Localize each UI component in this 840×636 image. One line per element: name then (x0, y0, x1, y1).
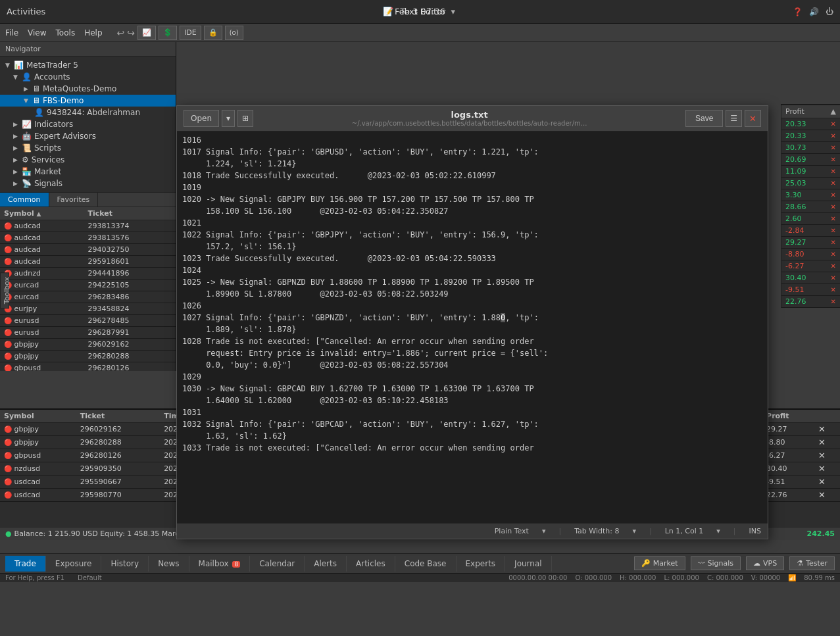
profit-close[interactable]: ✕ (831, 168, 836, 175)
profit-value: 11.09 (785, 167, 806, 176)
profit-close[interactable]: ✕ (831, 227, 836, 234)
balance-dot: ● (5, 529, 12, 538)
profit-close[interactable]: ✕ (831, 191, 836, 199)
table-row[interactable]: 🔴 eurusd 296287991 (0, 327, 176, 339)
table-row[interactable]: 🔴 audcad 295918601 (0, 256, 176, 268)
lock-btn[interactable]: 🔒 (204, 26, 222, 40)
profit-close[interactable]: ✕ (831, 215, 836, 222)
menu-btn[interactable]: ☰ (726, 110, 742, 127)
volume-icon[interactable]: 🔊 (809, 7, 819, 16)
redo-icon[interactable]: ↪ (127, 28, 135, 38)
profit-sort-icon: ▲ (831, 107, 836, 116)
new-file-btn[interactable]: ⊞ (237, 110, 253, 127)
toolbox-label[interactable]: Toolbox (0, 272, 9, 308)
menu-view[interactable]: View (28, 28, 46, 37)
tab-favorites[interactable]: Favorites (49, 193, 99, 207)
tab-alerts[interactable]: Alerts (305, 556, 347, 572)
activities-label[interactable]: Activities (7, 7, 45, 16)
vps-btn-label: VPS (763, 559, 777, 568)
tab-exposure[interactable]: Exposure (46, 556, 102, 572)
trade-close-x[interactable]: ✕ (814, 476, 840, 489)
tab-history[interactable]: History (101, 556, 149, 572)
plain-text-label[interactable]: Plain Text (495, 527, 529, 535)
mq-icon: 🖥 (32, 84, 40, 93)
profit-close[interactable]: ✕ (831, 120, 836, 128)
tree-ea[interactable]: ▶ 🤖 Expert Advisors (0, 130, 176, 142)
open-button[interactable]: Open (184, 110, 219, 127)
table-row[interactable]: 🔴 audcad 293813576 (0, 232, 176, 244)
profit-close[interactable]: ✕ (831, 239, 836, 246)
tab-calendar[interactable]: Calendar (250, 556, 305, 572)
tree-indicators[interactable]: ▶ 📈 Indicators (0, 118, 176, 130)
table-row[interactable]: 🔴 audcad 293813374 (0, 220, 176, 232)
tree-services[interactable]: ▶ ⚙ Services (0, 154, 176, 166)
profit-close[interactable]: ✕ (831, 251, 836, 258)
tab-width-label[interactable]: Tab Width: 8 (574, 527, 619, 535)
tab-mailbox[interactable]: Mailbox 8 (189, 556, 251, 572)
profit-close[interactable]: ✕ (831, 286, 836, 293)
tab-journal[interactable]: Journal (505, 556, 552, 572)
paren-btn[interactable]: (o) (225, 26, 243, 40)
tree-accounts[interactable]: ▼ 👤 Accounts (0, 71, 176, 83)
menu-file[interactable]: File (5, 28, 18, 37)
tree-signals[interactable]: ▶ 📡 Signals (0, 178, 176, 189)
table-row[interactable]: 🔴 audcad 294032750 (0, 244, 176, 256)
tab-news[interactable]: News (149, 556, 189, 572)
profit-value-row: 20.69 ✕ (781, 154, 840, 166)
help-icon[interactable]: ❓ (793, 7, 803, 16)
topbar-chevron[interactable]: ▾ (451, 7, 455, 16)
dropdown-btn[interactable]: ▾ (222, 110, 235, 127)
cloud-icon: ☁ (753, 559, 760, 568)
tab-trade[interactable]: Trade (5, 556, 46, 572)
tab-experts[interactable]: Experts (457, 556, 506, 572)
editor-content[interactable]: 1016 1017 Signal Info: {'pair': 'GBPUSD'… (177, 132, 768, 523)
market-btn[interactable]: 🔑 Market (634, 556, 685, 570)
tester-btn[interactable]: ⚗ Tester (789, 556, 835, 570)
close-button[interactable]: ✕ (745, 110, 761, 127)
profit-close[interactable]: ✕ (831, 144, 836, 151)
tab-codebase[interactable]: Code Base (395, 556, 457, 572)
trade-close-x[interactable]: ✕ (814, 436, 840, 449)
profit-close[interactable]: ✕ (831, 180, 836, 187)
tree-metaquotes[interactable]: ▶ 🖥 MetaQuotes-Demo (0, 83, 176, 95)
profit-close[interactable]: ✕ (831, 262, 836, 270)
table-row[interactable]: 🔴 audnzd 294441896 (0, 268, 176, 280)
dollar-btn[interactable]: 💲 (159, 26, 177, 40)
trade-close-x[interactable]: ✕ (814, 449, 840, 462)
profit-close[interactable]: ✕ (831, 203, 836, 210)
status-bar: For Help, press F1 Default 0000.00.00 00… (0, 573, 840, 582)
save-button[interactable]: Save (685, 110, 723, 127)
tree-scripts[interactable]: ▶ 📜 Scripts (0, 142, 176, 154)
tree-user[interactable]: 👤 9438244: Abdelrahman (0, 107, 176, 118)
vps-btn[interactable]: ☁ VPS (746, 556, 784, 570)
menu-help[interactable]: Help (84, 28, 102, 37)
table-row[interactable]: 🔴 gbpusd 296280126 (0, 362, 176, 372)
table-row[interactable]: 🔴 eurusd 296278485 (0, 315, 176, 327)
table-row[interactable]: 🔴 eurcad 296283486 (0, 291, 176, 303)
profit-close[interactable]: ✕ (831, 132, 836, 139)
power-icon[interactable]: ⏻ (826, 7, 833, 16)
tab-common[interactable]: Common (0, 193, 49, 207)
undo-icon[interactable]: ↩ (117, 28, 125, 38)
tree-market[interactable]: ▶ 🏪 Market (0, 166, 176, 178)
tree-fbs-demo[interactable]: ▼ 🖥 FBS-Demo (0, 95, 176, 107)
signals-btn[interactable]: 〰 Signals (691, 556, 741, 570)
tab-articles[interactable]: Articles (347, 556, 395, 572)
trade-close-x[interactable]: ✕ (814, 489, 840, 502)
table-row[interactable]: 🔴 eurjpy 293458824 (0, 303, 176, 315)
tree-metatrader[interactable]: ▼ 📊 MetaTrader 5 (0, 59, 176, 71)
table-row[interactable]: 🔴 eurcad 294225105 (0, 280, 176, 291)
col-symbol[interactable]: Symbol ▲ (0, 207, 84, 220)
profit-close[interactable]: ✕ (831, 156, 836, 163)
col-ticket[interactable]: Ticket (84, 207, 176, 220)
ide-btn[interactable]: IDE (180, 26, 201, 40)
table-row[interactable]: 🔴 gbpjpy 296029162 (0, 339, 176, 351)
table-row[interactable]: 🔴 gbpjpy 296280288 (0, 351, 176, 362)
chart-btn[interactable]: 📈 (137, 26, 156, 40)
profit-close[interactable]: ✕ (831, 274, 836, 281)
trade-profit: -9.51 (762, 476, 814, 489)
profit-close[interactable]: ✕ (831, 298, 836, 305)
trade-close-x[interactable]: ✕ (814, 423, 840, 436)
trade-close-x[interactable]: ✕ (814, 462, 840, 476)
menu-tools[interactable]: Tools (56, 28, 76, 37)
